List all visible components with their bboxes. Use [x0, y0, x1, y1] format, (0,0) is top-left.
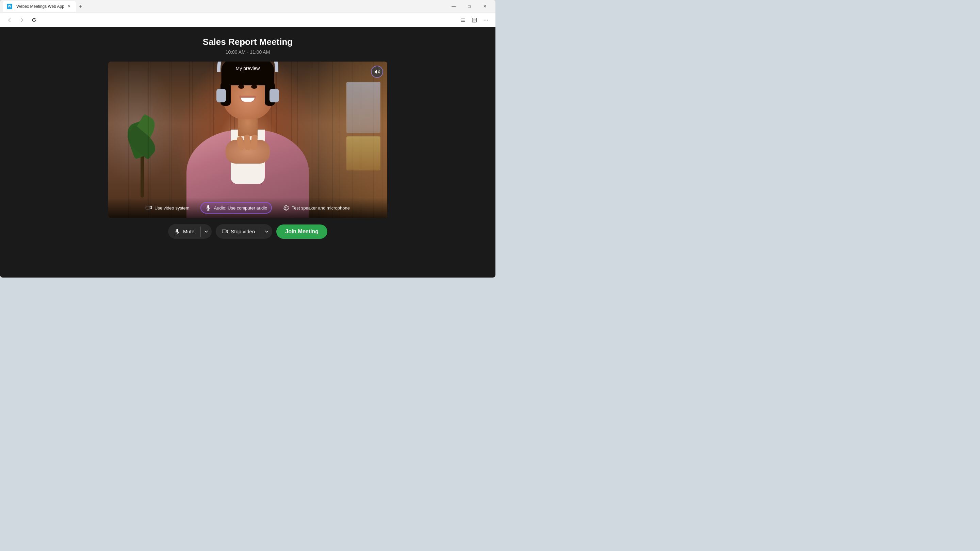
stop-video-button-group: Stop video: [216, 224, 272, 239]
svg-point-4: [484, 19, 485, 21]
svg-rect-8: [222, 230, 226, 233]
meeting-header: Sales Report Meeting 10:00 AM - 11:00 AM: [203, 27, 293, 62]
settings-icon: [283, 205, 289, 211]
minimize-button[interactable]: —: [446, 1, 461, 12]
video-bottom-bar: Use video system Audio: Use computer aud…: [108, 198, 387, 218]
sidebar-button[interactable]: [457, 14, 468, 25]
svg-point-6: [487, 19, 488, 21]
tab-close-button[interactable]: ✕: [66, 4, 72, 9]
browser-window: W Webex Meetings Web App ✕ + — □ ✕: [0, 0, 495, 278]
active-tab[interactable]: W Webex Meetings Web App ✕: [3, 1, 76, 12]
close-button[interactable]: ✕: [477, 1, 493, 12]
video-system-icon: [146, 205, 152, 211]
stop-video-label: Stop video: [231, 229, 255, 234]
window-controls: — □ ✕: [446, 1, 493, 12]
microphone-icon: [174, 228, 180, 235]
use-computer-audio-button[interactable]: Audio: Use computer audio: [200, 202, 272, 214]
mute-button[interactable]: Mute: [168, 224, 200, 239]
use-video-system-button[interactable]: Use video system: [142, 203, 194, 213]
maximize-button[interactable]: □: [461, 1, 477, 12]
back-button[interactable]: [4, 14, 15, 25]
mute-chevron[interactable]: [201, 225, 212, 238]
preview-label: My preview: [236, 66, 260, 71]
stop-video-button[interactable]: Stop video: [216, 224, 261, 239]
svg-rect-0: [461, 18, 465, 19]
title-bar: W Webex Meetings Web App ✕ + — □ ✕: [0, 0, 495, 13]
svg-rect-1: [461, 20, 465, 20]
more-options-button[interactable]: [480, 14, 492, 25]
svg-rect-7: [146, 206, 150, 209]
svg-point-5: [485, 19, 487, 21]
mute-label: Mute: [183, 229, 194, 234]
sound-indicator-button[interactable]: [371, 66, 383, 78]
join-meeting-button[interactable]: Join Meeting: [276, 224, 327, 239]
tab-title: Webex Meetings Web App: [16, 4, 64, 9]
forward-button[interactable]: [16, 14, 27, 25]
use-video-system-label: Use video system: [154, 205, 189, 211]
tab-bar: W Webex Meetings Web App ✕ +: [3, 1, 444, 12]
computer-audio-icon: [205, 205, 211, 211]
camera-icon: [222, 228, 228, 235]
action-bar: Mute Stop video: [168, 218, 327, 247]
video-preview: My preview: [108, 62, 387, 218]
computer-audio-label: Audio: Use computer audio: [214, 205, 267, 211]
reload-button[interactable]: [29, 14, 40, 25]
mute-button-group: Mute: [168, 224, 212, 239]
nav-right-controls: [457, 14, 492, 25]
meeting-title: Sales Report Meeting: [203, 37, 293, 47]
new-tab-button[interactable]: +: [76, 2, 86, 11]
reading-view-button[interactable]: [469, 14, 480, 25]
nav-bar: [0, 13, 495, 27]
svg-rect-2: [461, 21, 465, 21]
content-area: Sales Report Meeting 10:00 AM - 11:00 AM: [0, 27, 495, 278]
test-speaker-label: Test speaker and microphone: [292, 205, 350, 211]
test-speaker-button[interactable]: Test speaker and microphone: [279, 203, 354, 213]
tab-favicon: W: [7, 4, 12, 9]
video-background: [108, 62, 387, 218]
video-chevron[interactable]: [261, 225, 272, 238]
meeting-time: 10:00 AM - 11:00 AM: [203, 49, 293, 55]
